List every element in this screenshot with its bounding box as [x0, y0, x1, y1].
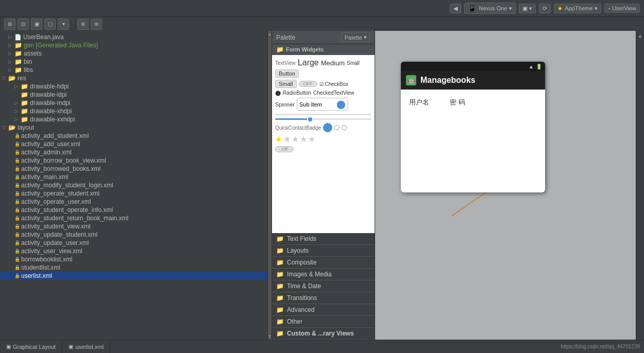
qcb-circle-widget[interactable] — [323, 123, 332, 132]
tree-arrow: ▷ — [14, 84, 21, 89]
tree-label: activity_borrow_book_view.xml — [21, 157, 106, 164]
tree-item-xml-15[interactable]: 🔒 activity_user_view.xml — [0, 247, 267, 255]
tree-item-libs[interactable]: ▷ 📁 libs — [0, 66, 267, 74]
tree-item-xml-12[interactable]: 🔒 activity_student_view.xml — [0, 222, 267, 231]
button-widget[interactable]: Button — [275, 69, 299, 78]
palette-layouts-item[interactable]: 📁 Layouts — [272, 245, 375, 257]
tree-arrow: ▷ — [8, 59, 14, 64]
tree-item-xml-7[interactable]: 🔒 activity_modify_student_login.xml — [0, 181, 267, 189]
tree-label: activity_operate_student.xml — [21, 190, 99, 197]
android-field1-label: 用户名 — [409, 98, 429, 184]
small-btn-widget[interactable]: Small — [275, 80, 297, 88]
theme-dropdown-icon: ▾ — [595, 5, 598, 12]
star-3-icon: ★ — [292, 134, 299, 144]
lock-icon: 🔒 — [14, 232, 20, 237]
lock-icon: 🔒 — [14, 166, 20, 171]
tree-item-drawable-xhdpi[interactable]: ▷ 📁 drawable-xhdpi — [0, 107, 267, 115]
tree-item-xml-11[interactable]: 🔒 activity_student_return_book_main.xml — [0, 214, 267, 222]
slider-track-1 — [275, 114, 371, 115]
tree-item-bin[interactable]: ▷ 📁 bin — [0, 58, 267, 66]
small-text-widget[interactable]: Small — [347, 60, 360, 66]
large-text-widget[interactable]: Large — [298, 58, 319, 67]
tree-item-xml-8[interactable]: 🔒 activity_operate_student.xml — [0, 189, 267, 198]
tree-label: drawable-mdpi — [30, 99, 71, 107]
palette-advanced-item[interactable]: 📁 Advanced — [272, 304, 375, 316]
tree-item-xml-6[interactable]: 🔒 activity_main.xml — [0, 173, 267, 181]
tree-item-xml-13[interactable]: 🔒 activity_update_student.xml — [0, 231, 267, 239]
radio-empty-widget-2[interactable] — [342, 125, 347, 130]
toolbar-btn-3[interactable]: ▣ — [31, 19, 42, 30]
medium-text-widget[interactable]: Medium — [321, 59, 345, 67]
theme-selector[interactable]: ★ AppTheme ▾ — [554, 4, 601, 13]
tree-item-xml-10[interactable]: 🔒 activity_student_operate_info.xml — [0, 206, 267, 214]
device-selector[interactable]: 📱 Nexus One ▾ — [464, 3, 516, 14]
switch-off-widget[interactable]: Off — [275, 146, 294, 152]
palette-panel: Palette Palette ▾ 📁 Form Widgets TextVie… — [272, 31, 375, 340]
palette-custom-views-item[interactable]: 📁 Custom & ...rary Views — [272, 328, 375, 340]
top-toolbar: ◀ 📱 Nexus One ▾ ▣ ▾ ⟳ ★ AppTheme ▾ ● Use… — [0, 0, 644, 16]
palette-list-folder-icon: 📁 — [276, 235, 284, 242]
radio-widget[interactable]: ⬤ — [275, 90, 281, 96]
device-nav-back[interactable]: ◀ — [450, 4, 461, 13]
slider-thumb[interactable] — [307, 116, 313, 122]
tree-item-xml-17[interactable]: 🔒 studentlist.xml — [0, 263, 267, 272]
tree-item-gen[interactable]: ▷ 📁 gen [Generated Java Files] — [0, 41, 267, 49]
tree-item-userlist[interactable]: 🔒 userlist.xml — [0, 272, 267, 280]
palette-form-widgets-header[interactable]: 📁 Form Widgets — [272, 44, 375, 55]
toolbar-btn-4[interactable]: ▢ — [44, 19, 56, 30]
tree-item-xml-2[interactable]: 🔒 activity_add_user.xml — [0, 140, 267, 148]
toolbar-btn-6[interactable]: ⊕ — [77, 19, 89, 30]
toolbar-btn-5[interactable]: ▾ — [58, 19, 69, 30]
tree-item-xml-3[interactable]: 🔒 activity_admin.xml — [0, 148, 267, 156]
tree-item-layout[interactable]: ▽ 📂 layout — [0, 123, 267, 132]
palette-list-label: Transitions — [287, 294, 317, 302]
tree-item-drawable-hdpi[interactable]: ▷ 📁 drawable-hdpi — [0, 82, 267, 91]
lock-icon: 🔒 — [14, 240, 20, 245]
app-icon-symbol: 🤖 — [408, 77, 415, 84]
palette-time-date-item[interactable]: 📁 Time & Date — [272, 280, 375, 292]
toolbar-btn-7[interactable]: ⊗ — [91, 19, 102, 30]
palette-transitions-item[interactable]: 📁 Transitions — [272, 292, 375, 304]
tab-userlist-xml[interactable]: ▣ userlist.xml — [62, 340, 110, 353]
palette-dropdown-btn[interactable]: Palette ▾ — [341, 32, 370, 42]
textview-widget-row: TextView Large Medium Small Button — [275, 58, 371, 78]
toolbar-btn-1[interactable]: ⊞ — [4, 19, 15, 30]
tree-item-xml-16[interactable]: 🔒 borrowbooklist.xml — [0, 255, 267, 263]
palette-images-media-item[interactable]: 📁 Images & Media — [272, 269, 375, 280]
android-app-title: Managebooks — [420, 76, 476, 85]
rotate-btn[interactable]: ⟳ — [539, 4, 551, 13]
palette-text-fields-item[interactable]: 📁 Text Fields — [272, 233, 375, 245]
tree-item-xml-14[interactable]: 🔒 activity_update_user.xml — [0, 239, 267, 247]
tree-item-xml-1[interactable]: 🔒 activity_add_student.xml — [0, 132, 267, 140]
tab-graphical-layout[interactable]: ▣ Graphical Layout — [0, 340, 62, 353]
stars-rating-widget[interactable]: ★ ★ ★ ★ ★ — [275, 134, 371, 144]
options-dropdown-icon: ▾ — [529, 5, 532, 12]
palette-composite-item[interactable]: 📁 Composite — [272, 257, 375, 269]
palette-other-item[interactable]: 📁 Other — [272, 316, 375, 328]
bottom-url-bar: https://blog.csdn.net/qq_44701239 — [561, 340, 644, 353]
tree-item-xml-4[interactable]: 🔒 activity_borrow_book_view.xml — [0, 156, 267, 165]
tree-item-drawable-ldpi[interactable]: 📁 drawable-ldpi — [0, 91, 267, 99]
palette-list-label: Images & Media — [287, 271, 332, 278]
tree-label: activity_student_return_book_main.xml — [21, 215, 128, 222]
tree-arrow: ▷ — [14, 109, 21, 114]
tree-item-xml-5[interactable]: 🔒 activity_borrowed_books.xml — [0, 165, 267, 173]
tree-item-userbean[interactable]: ▷ 📄 UserBean.java — [0, 33, 267, 41]
palette-list-folder-icon: 📁 — [276, 271, 284, 278]
tree-item-drawable-mdpi[interactable]: ▷ 📁 drawable-mdpi — [0, 99, 267, 107]
device-options-btn[interactable]: ▣ ▾ — [519, 4, 536, 13]
tree-item-res[interactable]: ▽ 📂 res — [0, 74, 267, 82]
tree-item-assets[interactable]: ▷ 📁 assets — [0, 49, 267, 58]
right-scrollbar[interactable]: ▲ — [636, 31, 644, 340]
tree-item-xml-9[interactable]: 🔒 activity_operate_user.xml — [0, 198, 267, 206]
lock-icon: 🔒 — [14, 216, 20, 221]
spinner-widget[interactable]: Sub Item ⬤ — [297, 98, 348, 111]
activity-btn[interactable]: ● UserView — [604, 4, 640, 13]
tree-item-drawable-xxhdpi[interactable]: ▷ 📁 drawable-xxhdpi — [0, 115, 267, 123]
radio-empty-widget-1[interactable] — [334, 125, 340, 130]
toggle-off-widget[interactable]: OFF — [299, 81, 317, 87]
checkbox-widget[interactable]: ☑ CheckBox — [319, 81, 349, 87]
slider-track-2[interactable] — [275, 118, 371, 120]
toolbar-btn-2[interactable]: ⊟ — [18, 19, 29, 30]
nav-back-icon: ◀ — [453, 5, 457, 12]
